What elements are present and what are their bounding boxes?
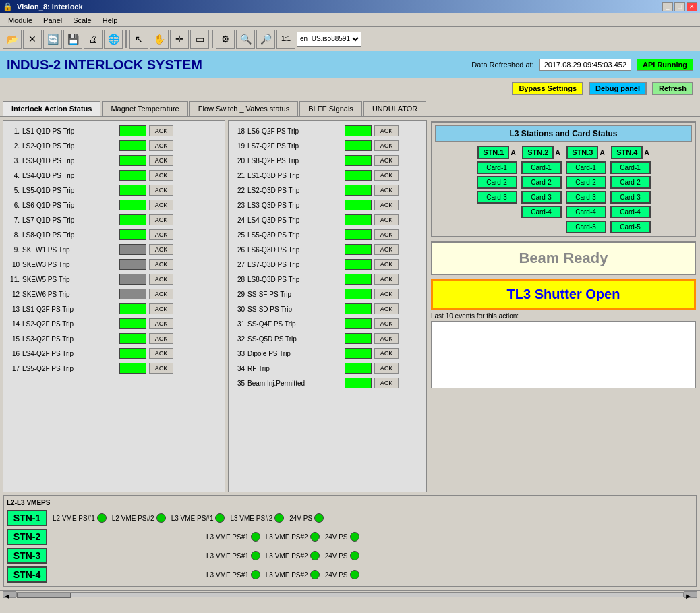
ack-button[interactable]: ACK (149, 200, 173, 210)
tab-flow-switch[interactable]: Flow Switch _ Valves status (189, 101, 299, 116)
ack-button[interactable]: ACK (374, 303, 399, 314)
refresh-icon[interactable]: 🔄 (43, 30, 62, 49)
vme-stn2-label[interactable]: STN-2 (7, 529, 47, 545)
close-button[interactable]: ✕ (687, 2, 697, 11)
ack-button[interactable]: ACK (149, 170, 173, 181)
print-icon[interactable]: 🖨 (84, 30, 103, 49)
ack-button[interactable]: ACK (149, 185, 173, 196)
ack-button[interactable]: ACK (374, 289, 399, 299)
ack-button[interactable]: ACK (374, 155, 399, 166)
ack-button[interactable]: ACK (149, 125, 173, 136)
ack-button[interactable]: ACK (149, 155, 173, 166)
menu-help[interactable]: Help (97, 15, 123, 26)
network-icon[interactable]: 🌐 (104, 30, 123, 49)
zoom-in-icon[interactable]: 🔍 (236, 30, 255, 49)
ack-button[interactable]: ACK (149, 229, 173, 240)
settings-icon[interactable]: ⚙ (216, 30, 235, 49)
stn3-card4[interactable]: Card-4 (566, 206, 606, 218)
locale-select[interactable]: en_US.iso88591 (297, 32, 361, 47)
ack-button[interactable]: ACK (374, 378, 399, 388)
zoom-out-icon[interactable]: 🔎 (256, 30, 275, 49)
stn4-card1[interactable]: Card-1 (610, 161, 651, 174)
stn4-card2[interactable]: Card-2 (610, 176, 651, 189)
stn1-card3[interactable]: Card-3 (477, 191, 517, 204)
stn2-card1[interactable]: Card-1 (521, 161, 562, 174)
save-icon[interactable]: 💾 (63, 30, 82, 49)
ack-button[interactable]: ACK (149, 259, 173, 270)
stn1-button[interactable]: STN.1 (477, 146, 509, 159)
stn2-button[interactable]: STN.2 (522, 146, 554, 159)
stn4-card5[interactable]: Card-5 (610, 221, 651, 233)
item-number: 32 (231, 335, 245, 343)
stn3-card1[interactable]: Card-1 (566, 161, 606, 174)
tab-interlock-action-status[interactable]: Interlock Action Status (3, 101, 100, 116)
ack-button[interactable]: ACK (374, 333, 399, 344)
open-icon[interactable]: 📂 (3, 30, 22, 49)
ack-button[interactable]: ACK (374, 229, 399, 240)
window-icon[interactable]: ▭ (190, 30, 209, 49)
ack-button[interactable]: ACK (374, 214, 399, 225)
stn1-card1[interactable]: Card-1 (477, 161, 517, 174)
stn3-card5[interactable]: Card-5 (566, 221, 606, 233)
move-icon[interactable]: ✛ (170, 30, 189, 49)
minimize-button[interactable]: _ (662, 2, 673, 11)
ack-button[interactable]: ACK (149, 140, 173, 151)
ack-button[interactable]: ACK (149, 318, 173, 329)
ack-button[interactable]: ACK (149, 363, 173, 374)
ack-button[interactable]: ACK (149, 289, 173, 299)
ack-button[interactable]: ACK (374, 140, 399, 151)
cursor-icon[interactable]: ↖ (129, 30, 148, 49)
debug-panel-button[interactable]: Debug panel (589, 82, 647, 95)
stn2-card4[interactable]: Card-4 (521, 206, 562, 218)
ack-button[interactable]: ACK (374, 244, 399, 255)
tab-undulator[interactable]: UNDULATOR (363, 101, 426, 116)
item-label: LS8-Q2F PS Trip (247, 157, 342, 165)
scroll-right-button[interactable]: ► (684, 591, 697, 598)
item-status-indicator (119, 140, 146, 151)
ack-button[interactable]: ACK (374, 200, 399, 210)
hand-icon[interactable]: ✋ (150, 30, 169, 49)
ack-button[interactable]: ACK (149, 244, 173, 255)
menu-module[interactable]: Module (3, 15, 38, 26)
ack-button[interactable]: ACK (149, 303, 173, 314)
stn3-card2[interactable]: Card-2 (566, 176, 606, 189)
ack-button[interactable]: ACK (149, 214, 173, 225)
stn4-button[interactable]: STN.4 (611, 146, 643, 159)
vme-stn1-l3ps2: L3 VME PS#2 (230, 513, 284, 523)
ack-button[interactable]: ACK (374, 274, 399, 285)
ack-button[interactable]: ACK (374, 363, 399, 374)
stn3-button[interactable]: STN.3 (566, 146, 598, 159)
stn3-card3[interactable]: Card-3 (566, 191, 606, 204)
ack-button[interactable]: ACK (149, 333, 173, 344)
zoom-100-icon[interactable]: 1:1 (276, 30, 295, 49)
vme-stn1-label[interactable]: STN-1 (7, 510, 47, 526)
ack-button[interactable]: ACK (374, 259, 399, 270)
menu-scale[interactable]: Scale (67, 15, 97, 26)
scroll-left-button[interactable]: ◄ (3, 591, 16, 598)
ack-button[interactable]: ACK (374, 125, 399, 136)
stn2-card2[interactable]: Card-2 (521, 176, 562, 189)
stn4-card3[interactable]: Card-3 (610, 191, 651, 204)
bypass-settings-button[interactable]: Bypass Settings (512, 82, 583, 95)
vme-stn3-label[interactable]: STN-3 (7, 548, 47, 564)
ack-button[interactable]: ACK (374, 348, 399, 359)
maximize-button[interactable]: □ (674, 2, 685, 11)
ack-button[interactable]: ACK (374, 170, 399, 181)
vme-stn2-row: STN-2 L3 VME PS#1 L3 VME PS#2 24V PS (7, 528, 693, 546)
ack-button[interactable]: ACK (149, 274, 173, 285)
scrollbar-track[interactable] (16, 592, 684, 597)
stn1-card2[interactable]: Card-2 (477, 176, 517, 189)
vme-stn4-label[interactable]: STN-4 (7, 566, 47, 583)
tab-blfe-signals[interactable]: BLFE Signals (299, 101, 362, 116)
scrollbar-thumb[interactable] (17, 593, 71, 598)
refresh-button[interactable]: Refresh (652, 82, 693, 95)
stn2-card3[interactable]: Card-3 (521, 191, 562, 204)
ack-button[interactable]: ACK (374, 185, 399, 196)
tab-magnet-temperature[interactable]: Magnet Temperature (102, 101, 187, 116)
ack-button[interactable]: ACK (149, 348, 173, 359)
close-icon[interactable]: ✕ (23, 30, 42, 49)
menu-panel[interactable]: Panel (38, 15, 67, 26)
vme-stn2-l3ps2-led (310, 532, 320, 542)
ack-button[interactable]: ACK (374, 318, 399, 329)
stn4-card4[interactable]: Card-4 (610, 206, 651, 218)
